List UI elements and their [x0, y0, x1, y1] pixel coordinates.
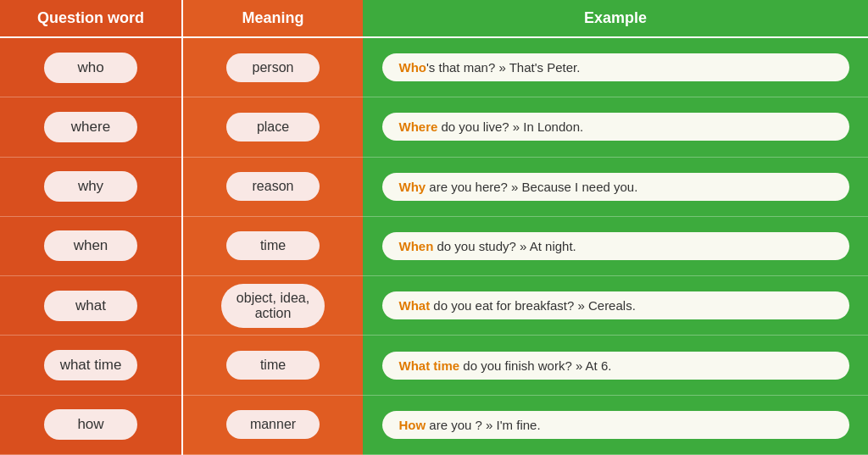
meaning-column: Meaning personplacereasontimeobject, ide… [181, 0, 363, 455]
meaning-pill: reason [226, 172, 320, 201]
question-pill: what time [44, 350, 137, 380]
meaning-pill: time [226, 231, 320, 260]
example-cell: Who's that man? » That's Peter. [363, 38, 868, 97]
example-text: do you live? » In London. [437, 119, 583, 134]
example-highlight: Where [399, 119, 438, 134]
question-pill: what [44, 291, 137, 321]
example-cell: What do you eat for breakfast? » Cereals… [363, 276, 868, 336]
example-column: Example Who's that man? » That's Peter.W… [363, 0, 868, 455]
question-pill: who [44, 53, 137, 83]
meaning-cell: place [183, 97, 363, 157]
example-highlight: What [399, 298, 431, 313]
example-text: are you here? » Because I need you. [426, 180, 637, 194]
example-highlight: How [399, 418, 426, 432]
main-table: Question word whowherewhywhenwhatwhat ti… [0, 0, 868, 455]
example-cell: Where do you live? » In London. [363, 97, 868, 157]
meaning-header: Meaning [183, 0, 363, 38]
example-text: do you eat for breakfast? » Cereals. [430, 298, 636, 313]
meaning-cell: reason [183, 158, 363, 217]
meaning-cell: time [183, 217, 363, 276]
example-pill: Who's that man? » That's Peter. [382, 53, 849, 81]
example-highlight: Why [399, 180, 426, 194]
example-highlight: When [399, 239, 434, 253]
example-cell: How are you ? » I'm fine. [363, 396, 868, 455]
example-pill: When do you study? » At night. [382, 232, 849, 260]
example-highlight: What time [399, 358, 460, 373]
question-cell: where [0, 97, 181, 157]
example-pill: What do you eat for breakfast? » Cereals… [382, 291, 849, 319]
question-word-header: Question word [0, 0, 181, 38]
example-pill: Why are you here? » Because I need you. [382, 173, 849, 201]
question-pill: when [44, 230, 137, 261]
example-header: Example [363, 0, 868, 38]
question-pill: how [44, 409, 137, 440]
meaning-cell: time [183, 336, 363, 395]
meaning-pill: place [226, 113, 320, 141]
example-cell: Why are you here? » Because I need you. [363, 158, 868, 217]
meaning-cell: manner [183, 396, 363, 455]
meaning-pill: object, idea, action [221, 284, 325, 328]
example-cell: When do you study? » At night. [363, 217, 868, 276]
meaning-pill: manner [226, 410, 320, 439]
example-pill: How are you ? » I'm fine. [382, 411, 849, 439]
question-word-column: Question word whowherewhywhenwhatwhat ti… [0, 0, 181, 455]
example-highlight: Who [399, 60, 426, 75]
example-cell: What time do you finish work? » At 6. [363, 336, 868, 395]
example-text: 's that man? » That's Peter. [426, 60, 580, 75]
example-pill: What time do you finish work? » At 6. [382, 352, 849, 380]
example-text: do you finish work? » At 6. [459, 358, 611, 373]
question-cell: what [0, 276, 181, 336]
question-cell: who [0, 38, 181, 97]
example-pill: Where do you live? » In London. [382, 113, 849, 141]
question-pill: why [44, 171, 137, 202]
example-text: are you ? » I'm fine. [426, 418, 540, 432]
question-cell: what time [0, 336, 181, 395]
meaning-cell: object, idea, action [183, 276, 363, 336]
question-cell: when [0, 217, 181, 276]
meaning-cell: person [183, 38, 363, 97]
question-cell: how [0, 396, 181, 455]
meaning-pill: person [226, 53, 320, 82]
meaning-pill: time [226, 351, 320, 380]
example-text: do you study? » At night. [433, 239, 576, 253]
question-pill: where [44, 112, 137, 142]
question-cell: why [0, 158, 181, 217]
